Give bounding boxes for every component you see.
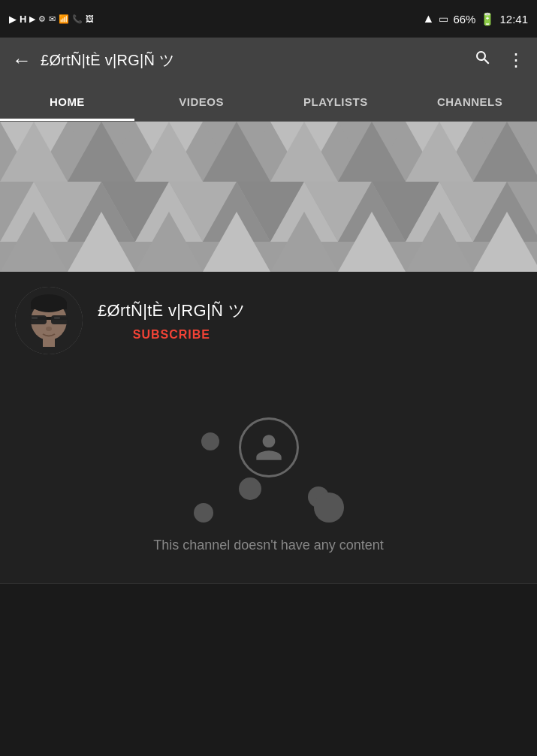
phone-icon: 📞	[72, 14, 83, 24]
subscribe-button[interactable]: SUBSCRIBE	[98, 328, 246, 342]
top-action-icons: ⋮	[474, 49, 525, 71]
svg-rect-46	[29, 315, 47, 324]
search-icon[interactable]	[474, 49, 492, 71]
more-options-icon[interactable]: ⋮	[507, 50, 525, 71]
bubble-small-4	[194, 503, 213, 523]
clock: 12:41	[499, 13, 528, 26]
status-info-right: ▲ ▭ 66% 🔋 12:41	[423, 12, 528, 26]
page-title: £ØrtÑ|tÈ v|RG|Ñ ツ	[41, 50, 465, 71]
image-icon: 🖼	[86, 14, 94, 23]
channel-info-section: £ØrtÑ|tÈ v|RG|Ñ ツ SUBSCRIBE	[0, 272, 537, 372]
channel-name: £ØrtÑ|tÈ v|RG|Ñ ツ	[98, 300, 246, 322]
play-icon: ▶	[29, 14, 35, 24]
tab-home[interactable]: HOME	[0, 83, 134, 121]
top-bar: ← £ØrtÑ|tÈ v|RG|Ñ ツ ⋮	[0, 38, 537, 83]
settings-icon: ⚙	[38, 14, 46, 24]
svg-rect-48	[32, 317, 38, 319]
youtube-icon: ▶	[9, 14, 17, 25]
battery-icon: 🔋	[480, 12, 495, 26]
battery-pct: 66%	[453, 13, 475, 26]
svg-point-50	[46, 327, 52, 331]
bubble-small-5	[314, 492, 344, 523]
wifi-icon: ▲	[423, 12, 435, 26]
svg-rect-44	[31, 302, 67, 309]
bubble-small-2	[239, 477, 261, 500]
empty-state: This channel doesn't have any content	[0, 372, 537, 583]
channel-banner	[0, 122, 537, 272]
empty-state-message: This channel doesn't have any content	[153, 538, 384, 553]
sim-icon: ▭	[439, 13, 448, 25]
tabs-navigation: HOME VIDEOS PLAYLISTS CHANNELS	[0, 83, 537, 122]
mail-icon: ✉	[49, 14, 56, 24]
avatar	[15, 287, 83, 354]
bubble-small-1	[201, 432, 219, 450]
status-bar: ▶ H ▶ ⚙ ✉ 📶 📞 🖼 ▲ ▭ 66% 🔋 12:41	[0, 0, 537, 38]
signal-icon: 📶	[59, 14, 69, 24]
channel-text-info: £ØrtÑ|tÈ v|RG|Ñ ツ SUBSCRIBE	[98, 300, 246, 342]
empty-icon-area	[194, 402, 344, 523]
section-divider	[0, 583, 537, 584]
tab-videos[interactable]: VIDEOS	[134, 83, 269, 121]
h-icon: H	[20, 14, 26, 25]
svg-rect-49	[54, 317, 60, 319]
status-icons-left: ▶ H ▶ ⚙ ✉ 📶 📞 🖼	[9, 14, 94, 25]
person-icon-circle	[239, 417, 299, 477]
svg-rect-47	[51, 315, 69, 324]
banner-pattern	[0, 122, 537, 272]
tab-playlists[interactable]: PLAYLISTS	[269, 83, 403, 121]
tab-channels[interactable]: CHANNELS	[403, 83, 537, 121]
back-button[interactable]: ←	[12, 50, 32, 70]
